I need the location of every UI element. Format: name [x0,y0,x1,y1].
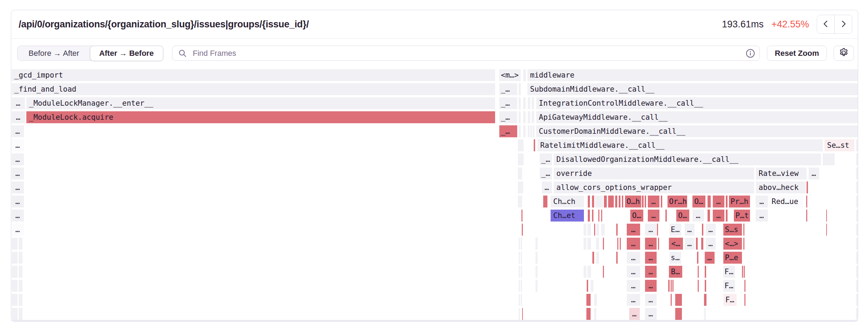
flame-frame[interactable] [671,280,672,292]
flame-frame[interactable]: override [554,167,754,179]
flame-frame[interactable] [584,266,586,278]
flame-frame[interactable] [533,125,534,137]
flame-frame[interactable] [806,196,807,207]
find-frames-input[interactable] [172,46,760,61]
flame-frame[interactable] [519,83,521,95]
flame-frame[interactable] [661,196,662,207]
flame-frame[interactable]: <m…> [499,69,521,81]
flame-frame[interactable]: S…s [723,224,742,236]
flame-frame[interactable]: F… [723,280,735,292]
flame-frame[interactable] [665,210,667,222]
flame-frame[interactable] [528,125,530,137]
flame-frame[interactable]: DisallowedOrganizationMiddleware.__call_… [554,153,821,165]
flame-frame[interactable] [584,224,586,236]
flame-frame[interactable]: … [627,252,640,264]
flame-frame[interactable] [668,280,670,292]
flame-frame[interactable] [519,252,520,264]
flame-frame[interactable] [532,111,534,123]
flame-frame[interactable]: F… [723,266,735,278]
flame-frame[interactable] [622,196,623,207]
flame-frame[interactable]: _ModuleLockManager.__enter__ [26,97,495,109]
flame-frame[interactable]: … [645,266,657,278]
flame-frame[interactable] [592,196,594,207]
flame-frame[interactable]: … [706,224,716,236]
flame-frame[interactable]: P…t [734,210,750,222]
flame-frame[interactable]: … [12,182,24,193]
flame-frame[interactable] [595,196,603,207]
flame-frame[interactable] [523,69,526,81]
flame-frame[interactable] [696,238,698,250]
flame-frame[interactable] [592,210,593,222]
flame-frame[interactable] [523,111,526,123]
flame-frame[interactable] [518,153,524,165]
flame-frame[interactable] [521,210,522,222]
flame-frame[interactable]: ApiGatewayMiddleware.__call__ [536,111,858,123]
flame-frame[interactable] [806,210,807,222]
flame-frame[interactable]: … [648,210,659,222]
flame-frame[interactable]: abov…heck [756,182,806,193]
flame-frame[interactable] [856,167,858,179]
flame-frame[interactable] [743,224,744,236]
flame-frame[interactable]: O…h [625,196,641,207]
flame-frame[interactable] [19,294,22,306]
flame-frame[interactable] [856,153,858,165]
flame-frame[interactable]: O… [630,210,643,222]
flame-frame[interactable] [698,280,699,292]
flame-frame[interactable] [586,308,591,320]
flame-frame[interactable]: … [645,308,657,320]
flame-frame[interactable]: … [542,182,552,193]
flame-frame[interactable] [601,224,605,236]
flame-frame[interactable] [726,196,728,207]
flame-frame[interactable] [519,111,521,123]
flame-frame[interactable]: … [692,210,704,222]
flame-frame[interactable] [856,294,858,306]
flame-frame[interactable]: _find_and_load [12,83,495,95]
info-circle-icon[interactable] [746,49,755,59]
flame-frame[interactable]: allow_cors_options_wrapper [554,182,754,193]
flame-frame[interactable] [19,238,22,250]
flame-frame[interactable]: Rate…view [756,167,807,179]
flame-frame[interactable] [642,196,644,207]
flame-frame[interactable] [617,238,618,250]
flame-frame[interactable]: … [12,125,24,137]
flame-frame[interactable] [521,294,522,306]
flame-frame[interactable] [12,280,18,292]
flame-frame[interactable] [698,266,699,278]
flame-frame[interactable]: B… [669,266,682,278]
reset-zoom-button[interactable]: Reset Zoom [767,46,827,61]
flame-frame[interactable]: … [627,266,640,278]
flame-frame[interactable] [708,210,710,222]
flame-frame[interactable] [856,210,858,222]
segment-after-before[interactable]: After → Before [90,46,163,61]
flame-frame[interactable] [598,210,599,222]
flame-frame[interactable]: _… [540,153,552,165]
flame-frame[interactable]: … [12,97,25,109]
flame-frame[interactable] [704,294,706,306]
flame-frame[interactable] [523,125,526,137]
flame-frame[interactable] [528,97,530,109]
flame-frame[interactable]: _… [499,83,517,95]
flame-frame[interactable]: … [685,238,695,250]
flame-frame[interactable] [856,238,858,250]
flame-frame[interactable] [856,182,858,193]
flame-frame[interactable] [518,196,522,207]
flame-frame[interactable]: SubdomainMiddleware.__call__ [527,83,858,95]
flame-frame[interactable] [742,266,743,278]
flame-frame[interactable]: _… [499,125,517,137]
flame-frame[interactable]: P…e [723,252,742,264]
flame-frame[interactable] [543,196,547,207]
flame-frame[interactable] [12,238,18,250]
flame-frame[interactable] [608,196,614,207]
flame-frame[interactable] [702,224,703,236]
flame-frame[interactable] [619,196,620,207]
flame-frame[interactable] [672,280,673,292]
flame-frame[interactable] [645,196,646,207]
flame-frame[interactable] [518,182,523,193]
flame-frame[interactable] [534,139,535,151]
flame-frame[interactable] [521,252,522,264]
previous-button[interactable] [817,15,834,33]
flame-frame-selected[interactable]: Ch…et [551,210,584,222]
flame-frame[interactable] [587,280,588,292]
flame-frame[interactable] [588,196,590,207]
flame-frame[interactable]: … [627,224,640,236]
